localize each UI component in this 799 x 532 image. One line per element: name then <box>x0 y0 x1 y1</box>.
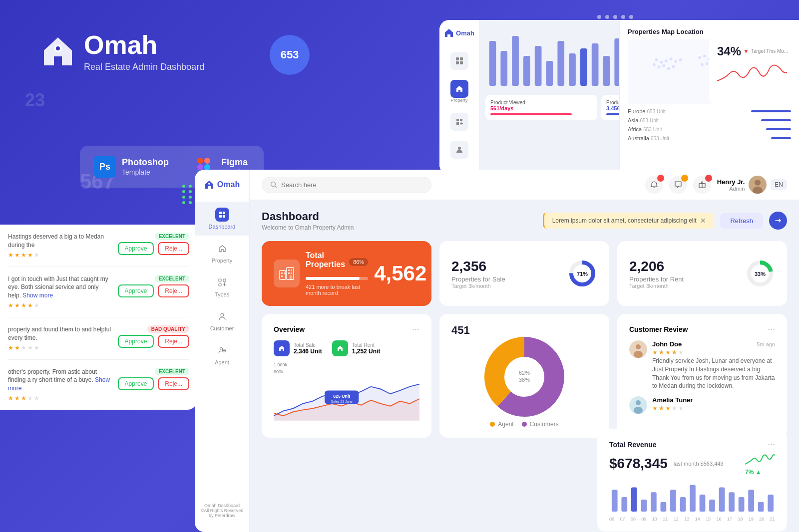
svg-rect-21 <box>592 43 599 86</box>
deco-number-23: 23 <box>25 90 45 111</box>
svg-rect-13 <box>500 51 507 86</box>
svg-rect-124 <box>700 495 706 512</box>
reviewer-avatar-amelia <box>629 396 647 414</box>
search-box[interactable] <box>262 177 431 193</box>
agent-legend-label: Agent <box>498 421 513 428</box>
header-icons: Henry Jr. Admin EN <box>645 176 787 194</box>
lang-badge[interactable]: EN <box>771 179 787 190</box>
header: Henry Jr. Admin EN <box>250 170 799 200</box>
bubble-653: 653 <box>270 35 310 75</box>
badge-4: EXCELENT <box>155 368 189 375</box>
sidebar-item-dashboard[interactable]: Dashboard <box>195 202 249 236</box>
total-properties-card: Total Properties 86% 421 more to break l… <box>262 241 431 306</box>
svg-point-48 <box>706 62 709 65</box>
sidebar-item-agent[interactable]: Agent <box>195 337 249 371</box>
svg-point-34 <box>670 57 673 60</box>
svg-rect-70 <box>223 212 225 214</box>
sidebar-brand-name: Omah <box>217 180 240 189</box>
arrow-right-icon <box>775 217 782 224</box>
revenue-last-month: last month $563,443 <box>674 461 724 467</box>
approve-btn-4[interactable]: Approve <box>118 377 154 390</box>
svg-rect-73 <box>219 279 221 281</box>
photoshop-template[interactable]: Ps Photoshop Template <box>94 156 169 178</box>
page-title: Dashboard <box>262 210 537 223</box>
chart-x-labels: 06070809101112131415161718192021 <box>609 517 775 522</box>
revenue-preview-card: 34% ▼ Target This Mo... <box>709 27 799 105</box>
svg-point-110 <box>636 344 641 349</box>
notification-close-btn[interactable]: ✕ <box>700 217 706 225</box>
svg-point-79 <box>271 182 276 187</box>
customer-review-card: Customer Review ··· John Doe 5m ago <box>617 314 787 438</box>
total-sale-value: 2,346 Unit <box>294 348 322 355</box>
figma-label: Figma <box>221 157 250 168</box>
revenue-amount: $678,345 <box>609 456 668 472</box>
refresh-button[interactable]: Refresh <box>720 213 763 229</box>
chat-btn[interactable] <box>669 176 687 194</box>
svg-point-114 <box>634 407 643 414</box>
user-role: Admin <box>717 186 745 192</box>
svg-point-113 <box>636 400 641 405</box>
svg-point-76 <box>221 313 224 316</box>
reject-btn-4[interactable]: Reje... <box>158 377 189 390</box>
rent-value: 2,206 <box>629 259 737 274</box>
bottom-grid: Overview ··· Total Sale 2,346 Unit <box>262 314 787 438</box>
user-name: Henry Jr. <box>717 178 745 186</box>
svg-rect-12 <box>489 41 496 86</box>
reject-btn-3[interactable]: Reje... <box>158 335 189 348</box>
brand-name: Omah <box>84 30 204 60</box>
blue-circle-btn[interactable] <box>769 212 787 230</box>
customer-legend-label: Customers <box>530 421 559 428</box>
overview-chart: 1,000k 600k 625 Unit <box>274 362 419 423</box>
review-item-1: Hastings deserved a big a to Medan durin… <box>8 233 189 267</box>
svg-point-40 <box>667 67 670 70</box>
svg-point-35 <box>674 60 677 63</box>
revenue-bar-chart <box>609 480 775 515</box>
notification-bell-btn[interactable] <box>645 176 663 194</box>
overview-menu-btn[interactable]: ··· <box>412 324 419 334</box>
revenue-sparkline-preview <box>717 58 787 88</box>
svg-point-37 <box>653 63 656 66</box>
reviewer-avatar-john <box>629 340 647 358</box>
svg-rect-71 <box>219 215 222 218</box>
gift-btn[interactable] <box>693 176 711 194</box>
total-rent-label: Total Rent <box>352 342 381 348</box>
review-time-john: 5m ago <box>757 341 775 347</box>
svg-rect-17 <box>546 61 553 86</box>
svg-point-82 <box>755 180 761 186</box>
customer-icon <box>215 309 229 323</box>
svg-rect-85 <box>281 272 283 274</box>
search-icon <box>270 181 277 188</box>
approve-btn-1[interactable]: Approve <box>118 242 154 255</box>
revenue-card: Total Revenue ··· $678,345 last month $5… <box>597 429 787 532</box>
mini-customer-icon <box>450 141 468 159</box>
svg-point-38 <box>658 65 661 68</box>
revenue-pct: 7% ▲ <box>745 469 775 476</box>
approve-btn-3[interactable]: Approve <box>118 335 154 348</box>
total-properties-sub: 421 more to break last month record <box>306 284 368 296</box>
svg-rect-129 <box>748 490 754 512</box>
svg-point-77 <box>220 348 222 350</box>
review-menu-btn[interactable]: ··· <box>768 324 775 334</box>
svg-text:62%: 62% <box>519 370 530 376</box>
overview-title: Overview <box>274 325 305 333</box>
approve-btn-2[interactable]: Approve <box>118 284 154 297</box>
review-item-amelia: Amelia Tuner ★★★★★ <box>629 396 775 414</box>
total-properties-label: Total Properties <box>306 251 345 269</box>
svg-rect-131 <box>768 495 774 512</box>
sidebar-item-property[interactable]: Property <box>195 236 249 269</box>
search-input[interactable] <box>281 181 423 189</box>
customer-legend-dot <box>522 422 527 427</box>
mini-dashboard-icon <box>450 52 468 70</box>
sidebar-item-types[interactable]: Types <box>195 269 249 303</box>
region-europe: Europe 653 Unit <box>628 108 666 114</box>
revenue-menu-btn[interactable]: ··· <box>768 439 775 450</box>
svg-rect-117 <box>631 487 637 512</box>
sidebar-item-customer[interactable]: Customer <box>195 303 249 337</box>
bell-icon <box>650 181 658 189</box>
svg-rect-3 <box>204 158 210 164</box>
product-viewed-label: Product Viewed <box>490 100 592 105</box>
reject-btn-2[interactable]: Reje... <box>158 284 189 297</box>
reject-btn-1[interactable]: Reje... <box>158 242 189 255</box>
sidebar: Omah Dashboard Property Types Customer <box>195 170 250 532</box>
properties-icon-wrap <box>274 260 300 287</box>
